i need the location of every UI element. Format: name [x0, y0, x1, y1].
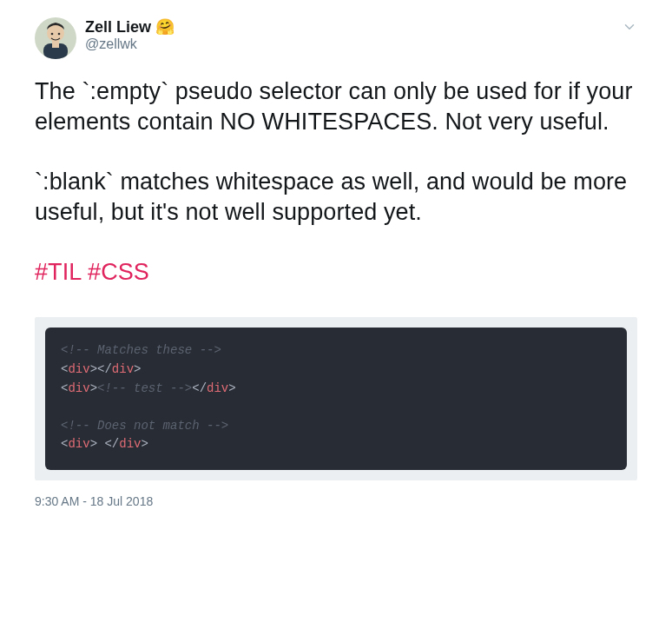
code-bracket: </ [104, 437, 119, 451]
hug-emoji: 🤗 [155, 17, 175, 36]
tweet-paragraph-2: `:blank` matches whitespace as well, and… [35, 167, 637, 228]
code-comment: <!-- test --> [97, 381, 192, 395]
user-handle[interactable]: @zellwk [85, 36, 622, 52]
code-comment: <!-- Matches these --> [61, 343, 221, 357]
hashtag-css[interactable]: #CSS [88, 259, 149, 285]
code-bracket: > [134, 362, 141, 376]
code-bracket: </ [97, 362, 112, 376]
svg-point-4 [51, 33, 54, 36]
code-bracket: > [90, 437, 97, 451]
tweet-paragraph-1: The `:empty` pseudo selector can only be… [35, 76, 637, 137]
user-block: Zell Liew 🤗 @zellwk [85, 17, 622, 52]
hashtag-til[interactable]: #TIL [35, 259, 81, 285]
display-name[interactable]: Zell Liew [85, 18, 151, 36]
tweet-header: Zell Liew 🤗 @zellwk [35, 17, 637, 59]
avatar[interactable] [35, 17, 76, 59]
code-tag: div [68, 437, 89, 451]
tweet-card: Zell Liew 🤗 @zellwk The `:empty` pseudo … [0, 0, 672, 508]
code-tag: div [68, 381, 89, 395]
code-bracket: </ [192, 381, 207, 395]
svg-point-5 [58, 33, 61, 36]
chevron-down-icon[interactable] [622, 17, 637, 38]
tweet-text: The `:empty` pseudo selector can only be… [35, 76, 637, 288]
code-bracket: > [228, 381, 235, 395]
code-tag: div [119, 437, 141, 451]
code-image: <!-- Matches these --> <div></div> <div>… [35, 317, 637, 480]
code-tag: div [112, 362, 134, 376]
code-bracket: > [141, 437, 148, 451]
code-comment: <!-- Does not match --> [61, 419, 228, 433]
code-bracket: > [90, 381, 97, 395]
tweet-timestamp[interactable]: 9:30 AM - 18 Jul 2018 [35, 494, 637, 508]
tweet-hashtags: #TIL #CSS [35, 257, 637, 288]
code-tag: div [207, 381, 228, 395]
code-content: <!-- Matches these --> <div></div> <div>… [45, 328, 627, 469]
code-bracket: > [90, 362, 97, 376]
code-tag: div [68, 362, 89, 376]
